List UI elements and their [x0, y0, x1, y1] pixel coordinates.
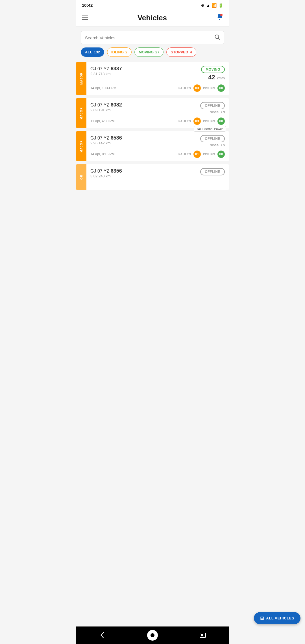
- status-badge: OFFLINE: [200, 135, 225, 142]
- since-text: since 3 h: [210, 143, 225, 147]
- status-section: OFFLINE: [200, 168, 225, 175]
- status-badge: OFFLINE: [200, 102, 225, 109]
- vehicle-id: GJ 07 YZ 6356: [90, 168, 122, 174]
- card-body: GJ 07 YZ 6356 3,82,240 km OFFLINE: [86, 164, 229, 190]
- issues-label: ISSUES: [203, 119, 215, 123]
- status-icons: ⚙ ▲ 📶 🔋: [201, 3, 223, 8]
- vehicle-info: GJ 07 YZ 6356 3,82,240 km: [90, 168, 122, 179]
- card-sidebar: MAJOR: [76, 131, 86, 161]
- fault-issues: FAULTS 01 ISSUES 00: [178, 151, 225, 158]
- header: Vehicles: [76, 9, 229, 27]
- search-bar[interactable]: [81, 31, 224, 44]
- svg-rect-0: [82, 15, 88, 16]
- search-input[interactable]: [85, 35, 214, 40]
- severity-label: OR: [80, 175, 83, 180]
- settings-icon: ⚙: [201, 3, 204, 8]
- faults-label: FAULTS: [178, 86, 191, 90]
- card-body: GJ 07 YZ 6337 2,31,718 km MOVING 42 km/h…: [86, 62, 229, 95]
- vehicle-id: GJ 07 YZ 6536: [90, 135, 122, 141]
- svg-rect-8: [201, 634, 203, 636]
- issues-badge: 00: [217, 84, 225, 92]
- filter-tab-stopped[interactable]: STOPPED4: [166, 47, 196, 57]
- svg-rect-2: [82, 19, 88, 20]
- filter-tabs: ALL132IDLING2MOVING27STOPPED4: [76, 47, 229, 61]
- faults-badge: 03: [193, 118, 201, 125]
- faults-label: FAULTS: [178, 119, 191, 123]
- filter-label-moving: MOVING: [139, 50, 154, 54]
- vehicle-card[interactable]: MAJOR GJ 07 YZ 6337 2,31,718 km MOVING 4…: [76, 62, 229, 95]
- vehicle-id: GJ 07 YZ 6082: [90, 102, 122, 108]
- filter-count-idling: 2: [125, 50, 127, 54]
- filter-label-all: ALL: [85, 50, 92, 54]
- vehicle-km: 2,31,718 km: [90, 72, 122, 76]
- card-top: GJ 07 YZ 6082 2,89,191 km OFFLINE since …: [90, 102, 225, 115]
- vehicle-info: GJ 07 YZ 6536 2,96,142 km: [90, 135, 122, 146]
- vehicle-card[interactable]: MAJOR GJ 07 YZ 6082 2,89,191 km OFFLINE …: [76, 98, 229, 128]
- vehicle-info: GJ 07 YZ 6082 2,89,191 km: [90, 102, 122, 113]
- filter-count-stopped: 4: [190, 50, 192, 54]
- wifi-icon: ▲: [206, 3, 210, 8]
- back-nav-button[interactable]: [95, 630, 109, 640]
- status-bar: 10:42 ⚙ ▲ 📶 🔋: [76, 0, 229, 9]
- search-icon[interactable]: [214, 34, 220, 41]
- severity-label: MAJOR: [80, 140, 83, 153]
- vehicle-date: 14 Apr, 10:41 PM: [90, 86, 116, 90]
- home-nav-button[interactable]: [147, 630, 158, 641]
- header-right-icons: [216, 13, 223, 22]
- recent-nav-button[interactable]: [196, 630, 210, 640]
- status-badge: OFFLINE: [200, 168, 225, 175]
- nav-bar: [76, 626, 229, 644]
- card-bottom: 14 Apr, 8:16 PM FAULTS 01 ISSUES 00: [90, 151, 225, 158]
- vehicle-date: 14 Apr, 8:16 PM: [90, 152, 114, 156]
- vehicle-date: 11 Apr, 4:30 PM: [90, 119, 114, 123]
- header-left-icons: [82, 14, 88, 21]
- svg-point-4: [220, 14, 223, 16]
- since-text: since 3 d: [210, 110, 225, 114]
- bell-icon[interactable]: [216, 13, 223, 22]
- menu-icon[interactable]: [82, 14, 88, 21]
- faults-label: FAULTS: [178, 153, 191, 156]
- filter-tab-idling[interactable]: IDLING2: [107, 47, 132, 57]
- filter-count-moving: 27: [155, 50, 159, 54]
- status-time: 10:42: [82, 3, 93, 8]
- vehicle-km: 2,96,142 km: [90, 141, 122, 145]
- speed-display: 42 km/h: [208, 74, 225, 81]
- card-sidebar: MAJOR: [76, 62, 86, 95]
- card-top: GJ 07 YZ 6337 2,31,718 km MOVING 42 km/h: [90, 66, 225, 82]
- status-section: OFFLINE since 3 h: [200, 135, 225, 148]
- card-top: GJ 07 YZ 6356 3,82,240 km OFFLINE: [90, 168, 225, 179]
- filter-label-idling: IDLING: [111, 50, 124, 54]
- card-sidebar: OR: [76, 164, 86, 190]
- faults-badge: 03: [193, 84, 201, 92]
- vehicle-info: GJ 07 YZ 6337 2,31,718 km: [90, 66, 122, 77]
- severity-label: MAJOR: [80, 107, 83, 119]
- signal-icon: 📶: [212, 3, 217, 8]
- card-body: GJ 07 YZ 6536 2,96,142 km OFFLINE since …: [86, 131, 229, 161]
- card-sidebar: MAJOR: [76, 98, 86, 128]
- fault-issues: FAULTS 03 ISSUES 00: [178, 118, 225, 125]
- filter-tab-all[interactable]: ALL132: [81, 47, 104, 57]
- card-bottom: 14 Apr, 10:41 PM FAULTS 03 ISSUES 00: [90, 84, 225, 92]
- vehicle-km: 2,89,191 km: [90, 108, 122, 112]
- filter-label-stopped: STOPPED: [171, 50, 188, 54]
- card-top: GJ 07 YZ 6536 2,96,142 km OFFLINE since …: [90, 135, 225, 148]
- vehicle-list: MAJOR GJ 07 YZ 6337 2,31,718 km MOVING 4…: [76, 61, 229, 221]
- status-badge: MOVING: [201, 66, 225, 73]
- vehicle-card[interactable]: No External Power MAJOR GJ 07 YZ 6536 2,…: [76, 131, 229, 161]
- fault-issues: FAULTS 03 ISSUES 00: [178, 84, 225, 92]
- status-section: OFFLINE since 3 d: [200, 102, 225, 115]
- filter-count-all: 132: [94, 50, 100, 54]
- faults-badge: 01: [193, 151, 201, 158]
- issues-badge: 00: [217, 118, 225, 125]
- battery-icon: 🔋: [218, 3, 223, 8]
- filter-tab-moving[interactable]: MOVING27: [134, 47, 164, 57]
- page-title: Vehicles: [138, 14, 167, 22]
- vehicle-card[interactable]: OR GJ 07 YZ 6356 3,82,240 km OFFLINE: [76, 164, 229, 190]
- vehicle-km: 3,82,240 km: [90, 174, 122, 178]
- vehicle-id: GJ 07 YZ 6337: [90, 66, 122, 72]
- card-body: GJ 07 YZ 6082 2,89,191 km OFFLINE since …: [86, 98, 229, 128]
- issues-label: ISSUES: [203, 153, 215, 156]
- status-section: MOVING 42 km/h: [201, 66, 225, 82]
- no-external-power-badge: No External Power: [194, 126, 226, 132]
- issues-label: ISSUES: [203, 86, 215, 90]
